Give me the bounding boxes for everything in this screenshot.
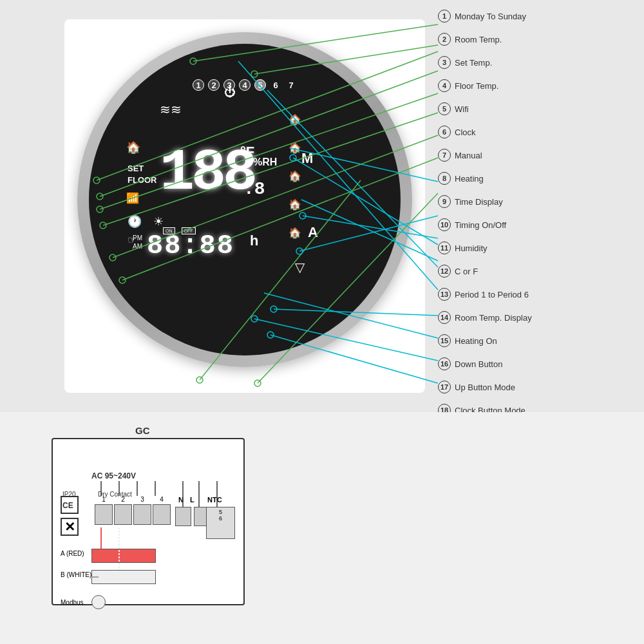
label-item-11: 11 Humidity	[438, 242, 631, 254]
pm-label: PM	[133, 234, 142, 242]
label-item-8: 8 Heating	[438, 172, 631, 185]
home-icon-left: 🏠	[126, 140, 140, 155]
icon-house-3: 🏠	[289, 171, 301, 182]
set-floor-label: SET FLOOR	[128, 163, 157, 186]
temp-unit: °F	[240, 144, 254, 160]
label-text-17: Up Button Mode	[455, 383, 515, 392]
label-item-16: 16 Down Button	[438, 357, 631, 370]
label-text-8: Heating	[455, 174, 484, 184]
wifi-icon: 📶	[126, 192, 139, 204]
labels-panel: 1 Monday To Sunday 2 Room Temp. 3 Set Te…	[438, 10, 631, 473]
icons-col-right: 🏠 🏠 🏠 🏠 🏠	[289, 115, 301, 238]
day-6: 6	[270, 79, 281, 91]
icon-house-4: 🏠	[289, 200, 301, 210]
label-item-6: 6 Clock	[438, 126, 631, 138]
heat-icon: ≋≋	[160, 102, 182, 117]
label-num-16: 16	[438, 357, 451, 370]
day-7: 7	[285, 79, 297, 91]
label-text-14: Room Temp. Display	[455, 313, 532, 323]
gc-label: GC	[135, 425, 150, 436]
label-num-5: 5	[438, 102, 451, 115]
label-item-5: 5 Wifi	[438, 102, 631, 115]
label-text-11: Humidity	[455, 243, 488, 253]
label-text-7: Manual	[455, 151, 482, 160]
decimal-display: .8	[243, 179, 265, 199]
label-item-2: 2 Room Temp.	[438, 33, 631, 46]
day-2: 2	[208, 79, 220, 91]
time-suffix: h	[250, 232, 258, 249]
thermostat-inner: 1 2 3 4 5 6 7 ≋≋ ⏻ SET FLOOR	[89, 44, 401, 355]
label-item-9: 9 Time Display	[438, 195, 631, 208]
label-num-10: 10	[438, 218, 451, 231]
am-pm-label: PM AM	[133, 234, 142, 251]
label-text-10: Timing On/Off	[455, 220, 506, 230]
label-text-12: C or F	[455, 267, 478, 276]
main-container: 1 2 3 4 5 6 7 ≋≋ ⏻ SET FLOOR	[0, 0, 644, 644]
label-text-2: Room Temp.	[455, 35, 502, 44]
label-item-14: 14 Room Temp. Display	[438, 311, 631, 324]
icon-house-2: 🏠	[289, 143, 301, 153]
day-4: 4	[239, 79, 251, 91]
label-num-12: 12	[438, 265, 451, 278]
am-label: AM	[133, 242, 142, 251]
thermostat-outer: 1 2 3 4 5 6 7 ≋≋ ⏻ SET FLOOR	[77, 32, 412, 367]
label-num-3: 3	[438, 56, 451, 69]
label-num-1: 1	[438, 10, 451, 23]
wiring-internal-svg	[53, 439, 246, 607]
label-text-15: Heating On	[455, 336, 497, 346]
wiring-diagram: GC AC 95~240V IP20 CE ✕ Dry Contact 1 2 …	[52, 419, 258, 612]
label-num-15: 15	[438, 334, 451, 347]
label-num-13: 13	[438, 288, 451, 301]
label-item-15: 15 Heating On	[438, 334, 631, 347]
label-item-7: 7 Manual	[438, 149, 631, 162]
label-item-4: 4 Floor Temp.	[438, 79, 631, 92]
power-button-icon[interactable]: ⏻	[224, 86, 236, 99]
down-arrow-icon[interactable]: ▽	[295, 260, 305, 275]
label-num-11: 11	[438, 242, 451, 254]
label-num-14: 14	[438, 311, 451, 324]
label-text-4: Floor Temp.	[455, 81, 498, 91]
top-section: 1 2 3 4 5 6 7 ≋≋ ⏻ SET FLOOR	[0, 0, 644, 412]
rh-display: %RH	[253, 156, 277, 168]
a-label: A	[308, 224, 318, 241]
label-num-2: 2	[438, 33, 451, 46]
label-text-5: Wifi	[455, 104, 469, 114]
wiring-box: AC 95~240V IP20 CE ✕ Dry Contact 1 2 3 4	[52, 438, 245, 605]
label-text-3: Set Temp.	[455, 58, 492, 68]
label-item-3: 3 Set Temp.	[438, 56, 631, 69]
label-text-9: Time Display	[455, 197, 503, 207]
label-num-7: 7	[438, 149, 451, 162]
bottom-section: GC AC 95~240V IP20 CE ✕ Dry Contact 1 2 …	[0, 412, 644, 644]
day-5: 5	[254, 79, 266, 91]
m-label: M	[301, 150, 313, 167]
label-item-17: 17 Up Button Mode	[438, 381, 631, 393]
clock-icon: 🕐	[128, 214, 142, 229]
label-item-12: 12 C or F	[438, 265, 631, 278]
label-num-9: 9	[438, 195, 451, 208]
label-text-6: Clock	[455, 128, 476, 137]
label-item-1: 1 Monday To Sunday	[438, 10, 631, 23]
time-display: 88:88	[147, 231, 234, 261]
label-item-10: 10 Timing On/Off	[438, 218, 631, 231]
label-num-17: 17	[438, 381, 451, 393]
label-num-4: 4	[438, 79, 451, 92]
day-numbers-row: 1 2 3 4 5 6 7	[153, 79, 336, 91]
label-text-1: Monday To Sunday	[455, 12, 526, 21]
label-item-13: 13 Period 1 to Period 6	[438, 288, 631, 301]
label-text-16: Down Button	[455, 359, 502, 369]
sun-icon: ☀	[153, 214, 164, 229]
icon-house-5: 🏠	[289, 228, 301, 238]
icon-house-1: 🏠	[289, 115, 301, 125]
label-text-13: Period 1 to Period 6	[455, 290, 529, 299]
day-1: 1	[193, 79, 204, 91]
label-num-6: 6	[438, 126, 451, 138]
label-num-8: 8	[438, 172, 451, 185]
